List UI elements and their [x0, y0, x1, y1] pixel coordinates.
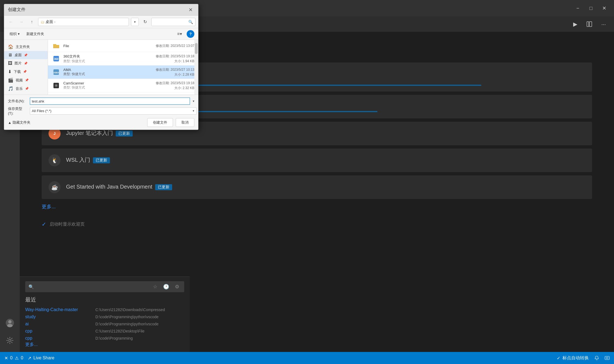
recent-item-4[interactable]: cpp D:\code\Programming: [25, 335, 184, 342]
filetype-label: 保存类型(T):: [8, 106, 27, 115]
minimize-button[interactable]: −: [573, 4, 582, 13]
search-input[interactable]: [154, 20, 187, 24]
maximize-button[interactable]: □: [587, 4, 595, 13]
check-icon-status: ✓: [557, 356, 560, 361]
welcome-item-wsl[interactable]: 🐧 WSL 入门 已更新: [42, 149, 592, 172]
nav-dropdown-button[interactable]: ▾: [131, 18, 139, 26]
dialog-action-buttons: 创建文件 取消: [147, 118, 194, 127]
nav-forward-button[interactable]: →: [17, 18, 25, 26]
check-icon: ✓: [42, 221, 46, 228]
nav-back-button[interactable]: ←: [7, 18, 15, 26]
sidebar-item-pictures[interactable]: 🖼 图片 📌: [4, 59, 48, 67]
notifications-status[interactable]: [594, 356, 599, 360]
file-name-0: File: [63, 44, 153, 48]
new-folder-button[interactable]: 新建文件夹: [25, 31, 46, 37]
pin-icon-music: 📌: [25, 87, 29, 90]
welcome-item-wsl-text: WSL 入门 已更新: [66, 156, 585, 165]
startup-check-label[interactable]: 启动时显示欢迎页: [50, 221, 85, 227]
cancel-button[interactable]: 取消: [176, 118, 194, 127]
recent-item-0-name: Way-Halting-Cache-master: [25, 307, 91, 312]
remote-status[interactable]: [605, 356, 610, 360]
sidebar-item-music[interactable]: 🎵 音乐 📌: [4, 84, 48, 93]
file-type-1: 类型: 快捷方式: [63, 59, 153, 64]
live-share-label: Live Share: [33, 356, 55, 360]
file-type-2: 类型: 快捷方式: [63, 72, 153, 76]
file-modified-2: 修改日期: 2023/5/27 10:13: [156, 67, 194, 72]
nav-refresh-button[interactable]: ↻: [141, 18, 149, 26]
more-actions-button[interactable]: ···: [599, 19, 609, 29]
sidebar-item-videos-label: 视频: [16, 78, 23, 83]
status-errors[interactable]: ✕ 0 ⚠ 0: [4, 356, 23, 361]
recent-item-4-name: cpp: [25, 336, 91, 341]
sidebar-item-desktop-label: 桌面: [15, 53, 22, 58]
file-item-0[interactable]: File 修改日期: 2023/5/22 13:07: [48, 40, 198, 52]
file-item-4[interactable]: 🐳 Docker Desktop 修改日期: 2023/5/30 23:34: [48, 92, 198, 95]
svg-point-20: [606, 357, 608, 359]
recent-item-3-path: C:\Users\21282\Desktop\File: [95, 329, 144, 333]
file-item-1[interactable]: 360 360文件夹 类型: 快捷方式 修改日期: 2023/5/23 19:1…: [48, 52, 198, 66]
filename-dropdown-icon[interactable]: ▾: [193, 99, 194, 103]
split-editor-button[interactable]: [584, 19, 594, 29]
file-icon-2: AMA: [52, 68, 61, 76]
file-name-1: 360文件夹 类型: 快捷方式: [63, 54, 153, 64]
welcome-item-jupyter-title-row: Jupyter 笔记本入门 已更新: [66, 129, 585, 138]
recent-more-link[interactable]: 更多...: [25, 342, 38, 347]
recent-tab-star[interactable]: ☆: [151, 283, 159, 291]
hide-arrow-icon: ▲: [8, 121, 12, 125]
create-file-button[interactable]: 创建文件: [147, 118, 173, 127]
file-list-scrollbar[interactable]: [194, 40, 198, 95]
sidebar-item-pictures-label: 图片: [15, 61, 22, 66]
dialog-title-bar: 创建文件 ✕: [4, 4, 198, 16]
file-type-3: 类型: 快捷方式: [63, 85, 153, 90]
svg-point-18: [9, 339, 11, 342]
svg-point-17: [7, 324, 13, 327]
startup-check: ✓ 启动时显示欢迎页: [42, 221, 592, 228]
sidebar-item-desktop[interactable]: 🖥 桌面 📌: [4, 51, 48, 59]
recent-tab-filter[interactable]: ⚙: [173, 283, 181, 291]
sidebar-item-videos[interactable]: 🎬 视频 📌: [4, 76, 48, 84]
recent-item-1[interactable]: study D:\code\Programming\python\vscode: [25, 313, 184, 320]
file-size-3: 大小: 2.32 KB: [156, 86, 194, 90]
file-item-2[interactable]: AMA AMA 类型: 快捷方式 修改日期: 2023/5/27 10:13 大…: [48, 66, 198, 79]
recent-item-0[interactable]: Way-Halting-Cache-master C:\Users\21282\…: [25, 306, 184, 313]
filetype-select[interactable]: All Files (*.*): [30, 107, 197, 115]
close-window-button[interactable]: ✕: [600, 4, 609, 13]
music-icon: 🎵: [8, 86, 13, 91]
file-modified-3: 修改日期: 2023/5/23 19:18: [156, 81, 194, 86]
recent-item-2[interactable]: ai D:\code\Programming\python\vscode: [25, 320, 184, 328]
search-icon: 🔍: [188, 20, 193, 24]
recent-search-input[interactable]: [36, 284, 149, 289]
recent-item-3[interactable]: cpp C:\Users\21282\Desktop\File: [25, 328, 184, 335]
recent-item-0-path: C:\Users\21282\Downloads\Compressed: [95, 308, 165, 312]
dialog-close-button[interactable]: ✕: [187, 6, 194, 14]
toolbar-view-button[interactable]: ≡▾: [176, 30, 183, 38]
avatar[interactable]: [2, 315, 18, 331]
more-exercises-link[interactable]: 更多...: [42, 203, 592, 210]
dialog-title-text: 创建文件: [8, 7, 25, 13]
file-size-1: 大小: 1.94 KB: [156, 59, 194, 64]
filename-input[interactable]: [30, 98, 190, 105]
svg-text:AMA: AMA: [53, 71, 59, 74]
activity-settings[interactable]: [2, 333, 18, 348]
file-size-2: 大小: 2.28 KB: [156, 72, 194, 77]
auto-tag-label: 标点自动转换: [562, 355, 589, 361]
file-item-3[interactable]: CamScanner 类型: 快捷方式 修改日期: 2023/5/23 19:1…: [48, 79, 198, 92]
play-button[interactable]: ▶: [570, 19, 580, 29]
desktop-icon: 🖥: [8, 53, 12, 58]
hide-folders-button[interactable]: ▲ 隐藏文件夹: [8, 120, 30, 125]
organize-button[interactable]: 组织 ▾: [8, 31, 21, 37]
live-share-status[interactable]: ↗ Live Share: [28, 356, 55, 361]
hide-folders-label: 隐藏文件夹: [13, 120, 30, 125]
recent-tab-clock[interactable]: 🕐: [162, 283, 170, 291]
dialog-footer: 文件名(N): ▾ 保存类型(T): All Files (*.*) ▾ ▲ 隐…: [4, 95, 198, 130]
sidebar-item-home[interactable]: 🏠 主文件夹: [4, 42, 48, 51]
nav-up-button[interactable]: ↑: [28, 18, 36, 26]
toolbar-help-button[interactable]: ?: [187, 30, 194, 38]
auto-tag-status[interactable]: ✓ 标点自动转换: [557, 355, 589, 361]
welcome-item-java[interactable]: ☕ Get Started with Java Development 已更新: [42, 175, 592, 199]
sidebar-item-downloads[interactable]: ⬇ 下载 📌: [4, 67, 48, 76]
recent-panel: 🔍 ☆ 🕐 ⚙ 最近 Way-Halting-Cache-master C:\U…: [20, 277, 190, 352]
scroll-thumb[interactable]: [195, 43, 198, 54]
java-badge: 已更新: [155, 184, 172, 190]
downloads-icon: ⬇: [8, 69, 12, 74]
